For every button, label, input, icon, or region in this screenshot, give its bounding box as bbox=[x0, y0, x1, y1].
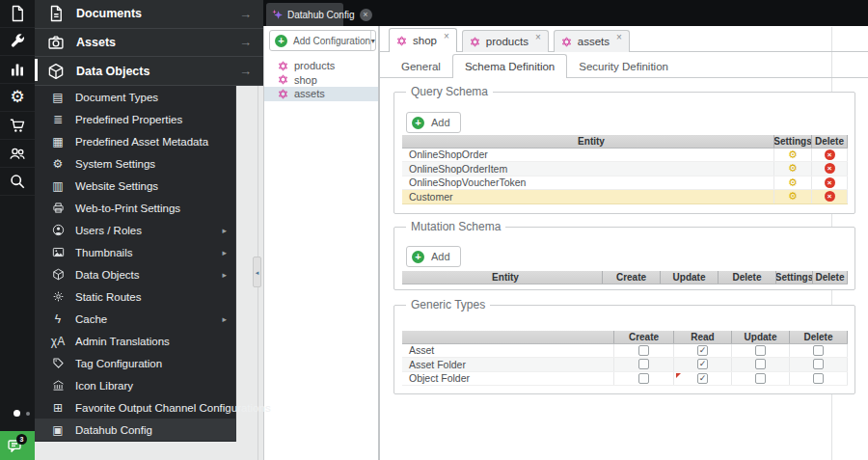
menu-item-label: Thumbnails bbox=[75, 247, 132, 258]
read-checkbox[interactable]: ✓ bbox=[697, 359, 708, 369]
tab-shop[interactable]: shop× bbox=[389, 28, 457, 52]
menu-item-document-types[interactable]: ▤Document Types bbox=[35, 86, 235, 108]
menu-item-predefined-asset-metadata[interactable]: ▦Predefined Asset Metadata bbox=[35, 130, 235, 152]
update-checkbox[interactable] bbox=[755, 345, 766, 356]
menu-item-label: Datahub Config bbox=[75, 424, 152, 436]
column-header-delete: Delete bbox=[813, 271, 848, 284]
panel-collapse-handle[interactable]: ◂ bbox=[253, 257, 261, 287]
tab-products[interactable]: products× bbox=[462, 30, 549, 52]
translate-icon: χA bbox=[50, 335, 66, 348]
create-checkbox[interactable] bbox=[638, 345, 649, 356]
nav-customers-button[interactable] bbox=[0, 140, 35, 168]
column-header-update: Update bbox=[732, 331, 790, 343]
configuration-item-products[interactable]: products bbox=[264, 59, 378, 73]
accordion-header-assets[interactable]: Assets→ bbox=[35, 29, 263, 58]
subtab-general[interactable]: General bbox=[390, 55, 452, 78]
delete-cell: × bbox=[812, 190, 848, 203]
menu-item-datahub-config[interactable]: ▣Datahub Config bbox=[35, 419, 235, 441]
nav-ecommerce-button[interactable] bbox=[0, 112, 35, 140]
graphql-config-icon bbox=[470, 37, 480, 47]
update-cell bbox=[732, 344, 790, 358]
delete-checkbox[interactable] bbox=[813, 359, 824, 369]
settings-gear-icon[interactable]: ⚙ bbox=[788, 149, 798, 160]
query-entity-row[interactable]: OnlineShopVoucherToken⚙× bbox=[402, 176, 848, 191]
generic-type-row[interactable]: Asset Folder✓ bbox=[402, 358, 848, 372]
accordion-header-documents[interactable]: Documents→ bbox=[35, 0, 263, 29]
delete-checkbox[interactable] bbox=[813, 345, 824, 356]
chat-button[interactable]: 3 bbox=[0, 431, 35, 460]
settings-gear-icon[interactable]: ⚙ bbox=[788, 191, 798, 202]
delete-checkbox[interactable] bbox=[813, 373, 824, 384]
nav-file-button[interactable] bbox=[0, 0, 35, 28]
menu-item-predefined-properties[interactable]: ≣Predefined Properties bbox=[35, 108, 235, 130]
nav-settings-button[interactable]: ⚙ bbox=[0, 84, 35, 112]
menu-item-tag-configuration[interactable]: Tag Configuration bbox=[35, 352, 235, 374]
query-schema-add-button[interactable]: + Add bbox=[406, 112, 461, 133]
chart-icon bbox=[9, 61, 26, 78]
delete-icon[interactable]: × bbox=[825, 177, 835, 188]
update-cell bbox=[732, 358, 790, 371]
submenu-arrow-icon: ▸ bbox=[222, 270, 227, 280]
add-configuration-button[interactable]: + Add Configuration ▾ bbox=[269, 30, 376, 51]
settings-gear-icon[interactable]: ⚙ bbox=[788, 163, 798, 174]
settings-menu: ▤Document Types≣Predefined Properties▦Pr… bbox=[35, 86, 236, 442]
update-checkbox[interactable] bbox=[755, 359, 766, 369]
menu-item-static-routes[interactable]: Static Routes bbox=[35, 285, 235, 308]
menu-item-data-objects[interactable]: Data Objects▸ bbox=[35, 263, 235, 285]
generic-types-fieldset: Generic Types CreateReadUpdateDeleteAsse… bbox=[393, 305, 855, 394]
delete-icon[interactable]: × bbox=[825, 163, 835, 174]
close-icon[interactable]: × bbox=[535, 32, 541, 42]
menu-item-thumbnails[interactable]: Thumbnails▸ bbox=[35, 241, 235, 263]
read-cell: ✓ bbox=[674, 358, 732, 371]
element-tree-accordion: Documents→Assets→Data Objects→ bbox=[35, 0, 263, 86]
tab-assets[interactable]: assets× bbox=[554, 30, 630, 52]
nav-tools-button[interactable] bbox=[0, 28, 35, 56]
fieldset-legend: Generic Types bbox=[406, 298, 490, 311]
menu-item-cache[interactable]: ϟCache▸ bbox=[35, 308, 235, 330]
document-types-icon: ▤ bbox=[50, 91, 66, 104]
menu-item-icon-library[interactable]: Icon Library bbox=[35, 374, 235, 396]
menu-item-system-settings[interactable]: ⚙System Settings bbox=[35, 152, 235, 175]
close-icon[interactable]: × bbox=[360, 9, 372, 21]
subtab-schema-definition[interactable]: Schema Definition bbox=[452, 54, 567, 78]
accordion-header-data-objects[interactable]: Data Objects→ bbox=[35, 57, 263, 86]
configuration-item-assets[interactable]: assets bbox=[264, 87, 378, 101]
menu-item-website-settings[interactable]: ▥Website Settings bbox=[35, 175, 235, 197]
query-entity-row[interactable]: OnlineShopOrderItem⚙× bbox=[402, 162, 848, 176]
update-checkbox[interactable] bbox=[755, 373, 766, 384]
generic-type-row[interactable]: Object Folder✓ bbox=[402, 372, 848, 387]
menu-item-label: Tag Configuration bbox=[75, 358, 162, 369]
configuration-item-shop[interactable]: shop bbox=[264, 73, 378, 88]
mutation-schema-add-button[interactable]: + Add bbox=[406, 246, 461, 267]
menu-item-admin-translations[interactable]: χAAdmin Translations bbox=[35, 330, 235, 352]
create-checkbox[interactable] bbox=[638, 359, 649, 369]
delete-cell: × bbox=[812, 162, 848, 176]
configuration-tabs: shop×products×assets× bbox=[389, 28, 630, 52]
column-header-settings: Settings bbox=[776, 271, 813, 284]
image-icon bbox=[50, 246, 66, 259]
entity-cell: Customer bbox=[402, 190, 774, 203]
column-header-blank bbox=[402, 331, 614, 343]
menu-item-users-roles[interactable]: Users / Roles▸ bbox=[35, 219, 235, 241]
chevron-down-icon[interactable]: ▾ bbox=[370, 37, 375, 45]
menu-item-favorite-output-channel-configurations[interactable]: ⊞Favorite Output Channel Configurations bbox=[35, 396, 235, 419]
query-entity-row[interactable]: Customer⚙× bbox=[402, 190, 848, 204]
close-icon[interactable]: × bbox=[444, 31, 449, 41]
workspace-tab-datahub-config[interactable]: Datahub Config × bbox=[266, 3, 343, 26]
subtab-security-definition[interactable]: Security Definition bbox=[567, 55, 680, 78]
menu-item-web-to-print-settings[interactable]: Web-to-Print Settings bbox=[35, 197, 235, 219]
read-checkbox[interactable]: ✓ bbox=[697, 373, 708, 384]
collapse-left-icon: ◂ bbox=[256, 269, 259, 276]
close-icon[interactable]: × bbox=[616, 32, 622, 42]
nav-search-button[interactable] bbox=[0, 168, 35, 196]
main-icon-bar: ⚙ bbox=[0, 0, 35, 460]
delete-icon[interactable]: × bbox=[825, 149, 835, 160]
nav-marketing-button[interactable] bbox=[0, 56, 35, 84]
file-lines-icon bbox=[47, 5, 65, 22]
delete-icon[interactable]: × bbox=[825, 191, 835, 202]
create-checkbox[interactable] bbox=[638, 373, 649, 384]
settings-gear-icon[interactable]: ⚙ bbox=[788, 177, 798, 188]
read-checkbox[interactable]: ✓ bbox=[697, 345, 708, 356]
query-entity-row[interactable]: OnlineShopOrder⚙× bbox=[402, 149, 848, 163]
generic-type-row[interactable]: Asset✓ bbox=[402, 344, 848, 359]
